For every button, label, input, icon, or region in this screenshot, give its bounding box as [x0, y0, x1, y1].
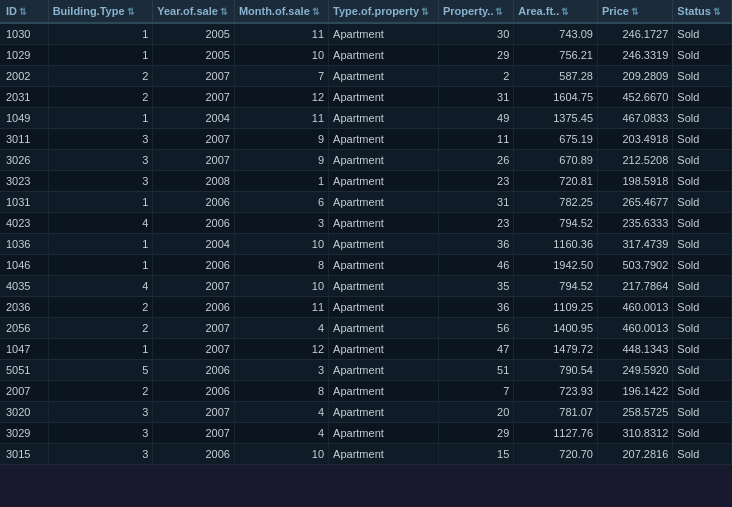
cell-building_type: 5	[48, 360, 153, 381]
cell-month_of_sale: 3	[234, 360, 328, 381]
column-header-area_ft[interactable]: Area.ft..⇅	[514, 0, 598, 23]
column-header-building_type[interactable]: Building.Type⇅	[48, 0, 153, 23]
table-row: 40354200710Apartment35794.52217.7864Sold	[0, 276, 732, 297]
cell-year_of_sale: 2007	[153, 318, 235, 339]
cell-id: 3015	[0, 444, 48, 465]
cell-id: 2007	[0, 381, 48, 402]
cell-status: Sold	[673, 297, 732, 318]
cell-price: 207.2816	[598, 444, 673, 465]
cell-property: 15	[438, 444, 513, 465]
cell-year_of_sale: 2007	[153, 129, 235, 150]
cell-year_of_sale: 2006	[153, 360, 235, 381]
cell-status: Sold	[673, 276, 732, 297]
column-header-property[interactable]: Property..⇅	[438, 0, 513, 23]
cell-type_of_property: Apartment	[329, 360, 439, 381]
cell-price: 212.5208	[598, 150, 673, 171]
cell-month_of_sale: 9	[234, 150, 328, 171]
cell-status: Sold	[673, 45, 732, 66]
cell-status: Sold	[673, 402, 732, 423]
cell-price: 203.4918	[598, 129, 673, 150]
column-header-status[interactable]: Status⇅	[673, 0, 732, 23]
cell-month_of_sale: 3	[234, 213, 328, 234]
cell-year_of_sale: 2006	[153, 192, 235, 213]
column-header-id[interactable]: ID⇅	[0, 0, 48, 23]
cell-property: 51	[438, 360, 513, 381]
column-header-price[interactable]: Price⇅	[598, 0, 673, 23]
cell-status: Sold	[673, 318, 732, 339]
cell-property: 36	[438, 297, 513, 318]
cell-status: Sold	[673, 171, 732, 192]
cell-price: 460.0013	[598, 318, 673, 339]
cell-status: Sold	[673, 150, 732, 171]
cell-id: 1030	[0, 23, 48, 45]
cell-price: 209.2809	[598, 66, 673, 87]
cell-type_of_property: Apartment	[329, 150, 439, 171]
column-header-year_of_sale[interactable]: Year.of.sale⇅	[153, 0, 235, 23]
table-body: 10301200511Apartment30743.09246.1727Sold…	[0, 23, 732, 465]
sort-icon: ⇅	[421, 7, 429, 17]
table-row: 3029320074Apartment291127.76310.8312Sold	[0, 423, 732, 444]
cell-status: Sold	[673, 213, 732, 234]
cell-id: 2002	[0, 66, 48, 87]
column-header-type_of_property[interactable]: Type.of.property⇅	[329, 0, 439, 23]
table-row: 20362200611Apartment361109.25460.0013Sol…	[0, 297, 732, 318]
cell-type_of_property: Apartment	[329, 108, 439, 129]
cell-area_ft: 781.07	[514, 402, 598, 423]
cell-year_of_sale: 2007	[153, 276, 235, 297]
cell-type_of_property: Apartment	[329, 318, 439, 339]
cell-month_of_sale: 10	[234, 45, 328, 66]
cell-month_of_sale: 8	[234, 255, 328, 276]
cell-id: 3023	[0, 171, 48, 192]
cell-id: 1036	[0, 234, 48, 255]
cell-year_of_sale: 2006	[153, 213, 235, 234]
cell-area_ft: 723.93	[514, 381, 598, 402]
cell-status: Sold	[673, 423, 732, 444]
cell-type_of_property: Apartment	[329, 45, 439, 66]
cell-status: Sold	[673, 192, 732, 213]
table-row: 10361200410Apartment361160.36317.4739Sol…	[0, 234, 732, 255]
table-row: 2056220074Apartment561400.95460.0013Sold	[0, 318, 732, 339]
column-header-month_of_sale[interactable]: Month.of.sale⇅	[234, 0, 328, 23]
cell-month_of_sale: 11	[234, 108, 328, 129]
cell-month_of_sale: 12	[234, 87, 328, 108]
cell-building_type: 2	[48, 381, 153, 402]
cell-status: Sold	[673, 255, 732, 276]
cell-property: 20	[438, 402, 513, 423]
sort-icon: ⇅	[312, 7, 320, 17]
cell-month_of_sale: 4	[234, 318, 328, 339]
cell-price: 265.4677	[598, 192, 673, 213]
cell-property: 31	[438, 87, 513, 108]
data-table: ID⇅Building.Type⇅Year.of.sale⇅Month.of.s…	[0, 0, 732, 465]
cell-building_type: 2	[48, 66, 153, 87]
cell-area_ft: 743.09	[514, 23, 598, 45]
cell-month_of_sale: 10	[234, 234, 328, 255]
cell-property: 46	[438, 255, 513, 276]
cell-property: 49	[438, 108, 513, 129]
cell-status: Sold	[673, 66, 732, 87]
cell-id: 1049	[0, 108, 48, 129]
cell-status: Sold	[673, 339, 732, 360]
cell-price: 448.1343	[598, 339, 673, 360]
cell-area_ft: 1109.25	[514, 297, 598, 318]
cell-month_of_sale: 6	[234, 192, 328, 213]
table-row: 5051520063Apartment51790.54249.5920Sold	[0, 360, 732, 381]
cell-area_ft: 1942.50	[514, 255, 598, 276]
cell-status: Sold	[673, 23, 732, 45]
cell-price: 235.6333	[598, 213, 673, 234]
cell-building_type: 3	[48, 129, 153, 150]
cell-building_type: 1	[48, 255, 153, 276]
cell-id: 4035	[0, 276, 48, 297]
cell-property: 36	[438, 234, 513, 255]
cell-price: 452.6670	[598, 87, 673, 108]
cell-building_type: 3	[48, 402, 153, 423]
table-row: 3011320079Apartment11675.19203.4918Sold	[0, 129, 732, 150]
cell-price: 310.8312	[598, 423, 673, 444]
cell-building_type: 1	[48, 108, 153, 129]
cell-id: 4023	[0, 213, 48, 234]
cell-id: 2056	[0, 318, 48, 339]
cell-price: 249.5920	[598, 360, 673, 381]
cell-area_ft: 720.70	[514, 444, 598, 465]
cell-price: 217.7864	[598, 276, 673, 297]
cell-type_of_property: Apartment	[329, 255, 439, 276]
cell-type_of_property: Apartment	[329, 444, 439, 465]
